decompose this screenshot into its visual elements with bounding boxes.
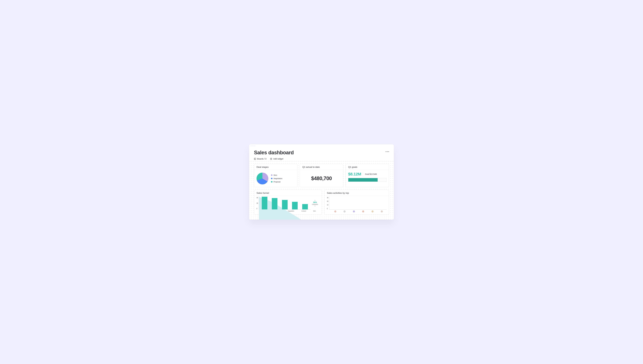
legend-label: Negotiation [273,178,282,180]
arrow-down-icon: ▼ [312,205,318,207]
deal-stages-pie-chart [256,173,268,184]
activities-y-axis: 3020100 [327,197,329,210]
window-dot [254,145,255,146]
swatch-proposal [271,181,272,182]
app-window: Sales dashboard Boards / 3 Add widget [249,144,394,220]
card-title: Sales funnel [254,190,322,196]
q1-goals-target: Goal $10.54M [365,173,377,175]
legend-label: Proposal [273,181,280,183]
plus-circle-icon [270,158,272,160]
card-title: Q1 actual to date [300,164,343,170]
arrow-up-icon: ▲ [312,200,318,201]
funnel-bar [272,198,277,210]
divider [363,172,363,176]
avatar [344,210,346,212]
q1-progress-fill [348,178,378,182]
funnel-chart [259,197,310,210]
funnel-bar [302,204,308,210]
card-deal-stages[interactable]: Deal stages Won Negotiation Proposal [254,164,297,187]
conversion-label: Conversion [312,204,318,205]
card-q1-actual[interactable]: Q1 actual to date $480,700 [300,164,343,187]
rep-avatars [327,210,387,212]
swatch-negotiation [271,178,272,179]
pie-legend: Won Negotiation Proposal [271,174,282,183]
q1-actual-value: $480,700 [302,172,341,185]
avatar [372,210,374,212]
legend-label: Won [273,174,277,176]
window-dot [252,145,253,146]
conversion-pct: 38% [312,201,318,204]
card-sales-funnel[interactable]: Sales funnel 40200 ▲ [254,190,322,215]
dashboard-canvas: Deal stages Won Negotiation Proposal Q1 … [249,162,394,220]
funnel-y-axis: 40200 [256,197,259,210]
funnel-bar [292,202,298,210]
swatch-won [271,174,272,176]
add-widget-button[interactable]: Add widget [270,158,283,160]
card-sales-activities[interactable]: Sales activities by rep 3020100 [324,190,389,215]
window-titlebar [249,144,394,147]
page-title: Sales dashboard [254,150,294,156]
boards-button[interactable]: Boards / 3 [254,158,266,160]
toolbar: Boards / 3 Add widget [249,156,394,162]
card-q1-goals[interactable]: Q1 goals $8.12M Goal $10.54M [346,164,389,187]
q1-goals-actual: $8.12M [348,172,361,176]
avatar [362,210,364,212]
boards-label: Boards / 3 [257,158,266,160]
conversion-indicator: ▲ 38% Conversion ▼ [311,197,319,210]
funnel-bar [262,197,267,210]
svg-rect-0 [254,158,256,160]
card-title: Sales activities by rep [325,190,389,196]
panel-icon [254,158,256,160]
q1-progress-bar [348,178,387,182]
funnel-bar [282,200,288,210]
window-dot [250,145,252,146]
avatar [353,210,355,212]
card-title: Q1 goals [346,164,389,170]
card-title: Deal stages [254,164,297,170]
add-widget-label: Add widget [273,158,283,160]
avatar [381,210,383,212]
more-menu-button[interactable] [386,150,389,152]
avatar [334,210,336,212]
activities-chart [329,197,387,210]
